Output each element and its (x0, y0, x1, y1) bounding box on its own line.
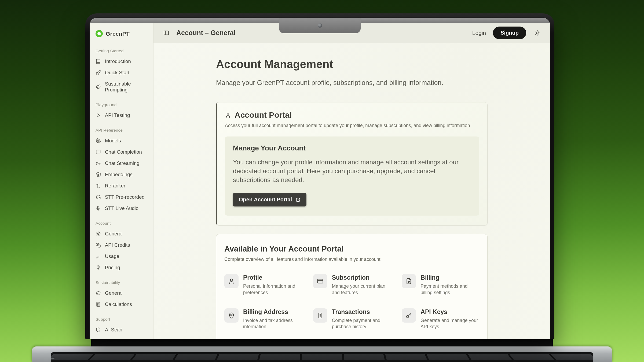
section-support: Support AI Scan (90, 317, 153, 335)
section-label: Playground (96, 102, 147, 107)
page-subtitle: Manage your GreenPT account profile, sub… (216, 79, 488, 87)
desktop-background: esc`1234567890-=tabQWERT GreenPT Getting… (0, 0, 644, 362)
signup-button[interactable]: Signup (493, 27, 526, 39)
page-title: Account Management (216, 58, 488, 71)
card-subtitle: Complete overview of all features and in… (224, 257, 479, 262)
mic-icon (96, 206, 101, 211)
key-icon (405, 312, 412, 319)
section-api-reference: API Reference Models Chat Completion Cha… (90, 128, 153, 214)
map-pin-icon (228, 312, 235, 319)
book-icon (96, 59, 101, 64)
external-link-icon (295, 197, 301, 202)
feature-api-keys: API Keys Generate and manage your API ke… (402, 308, 479, 330)
feature-billing: Billing Payment methods and billing sett… (402, 274, 479, 296)
leaf-icon (96, 84, 101, 90)
cpu-icon (96, 138, 101, 143)
account-portal-card: Account Portal Access your full account … (216, 102, 488, 226)
open-account-portal-button[interactable]: Open Account Portal (233, 193, 306, 206)
keyboard-key: esc (51, 354, 94, 360)
feature-subscription: Subscription Manage your current plan an… (313, 274, 391, 296)
section-playground: Playground API Testing (90, 102, 153, 121)
login-link[interactable]: Login (472, 30, 486, 36)
greenpt-logo-icon (96, 30, 103, 37)
layers-icon (96, 172, 101, 177)
theme-toggle[interactable] (534, 30, 540, 36)
bar-chart-icon (96, 254, 101, 259)
section-account: Account General API Credits Usage (90, 221, 153, 273)
sidebar-item-chat-completion[interactable]: Chat Completion (90, 146, 153, 158)
keyboard-key (217, 354, 259, 360)
laptop-keyboard: esc`1234567890-=tabQWERT (51, 352, 593, 362)
user-icon (228, 278, 235, 285)
section-label: Support (96, 317, 147, 322)
panel-title: Manage Your Account (233, 144, 471, 152)
section-sustainability: Sustainability General Calculations (90, 280, 153, 310)
chat-icon (96, 149, 101, 155)
sidebar-item-ai-scan[interactable]: AI Scan (90, 324, 153, 335)
keyboard-key (132, 354, 176, 360)
sidebar-item-stt-live-audio[interactable]: STT Live Audio (90, 203, 153, 214)
keyboard-key (89, 354, 135, 360)
keyboard-key (509, 354, 555, 360)
panel-body: You can change your profile information … (233, 158, 469, 184)
card-description: Access your full account management port… (225, 123, 479, 128)
sun-icon (534, 30, 540, 36)
webcam-icon (318, 23, 322, 28)
section-getting-started: Getting Started Introduction Quick Start… (90, 49, 153, 95)
screen-content: GreenPT Getting Started Introduction Qui… (90, 18, 550, 339)
sidebar-item-pricing[interactable]: Pricing (90, 262, 153, 273)
receipt-icon (317, 312, 324, 319)
sidebar-item-introduction[interactable]: Introduction (90, 56, 153, 67)
features-card: Available in Your Account Portal Complet… (216, 234, 488, 339)
sidebar-item-models[interactable]: Models (90, 135, 153, 146)
user-icon (225, 112, 231, 118)
keyboard-key (468, 354, 512, 360)
content-scroll-area[interactable]: Account Management Manage your GreenPT a… (153, 43, 550, 339)
headphones-icon (96, 194, 101, 200)
sidebar-item-quick-start[interactable]: Quick Start (90, 67, 153, 78)
file-text-icon (405, 278, 412, 285)
sidebar-item-stt-prerecorded[interactable]: STT Pre-recorded (90, 191, 153, 203)
card-title: Available in Your Account Portal (224, 245, 479, 253)
greenpt-docs-app: GreenPT Getting Started Introduction Qui… (90, 23, 550, 339)
leaf-icon (96, 290, 101, 296)
feature-profile: Profile Personal information and prefere… (224, 274, 302, 296)
manage-account-panel: Manage Your Account You can change your … (225, 136, 479, 216)
sort-icon (96, 183, 101, 189)
logo[interactable]: GreenPT (90, 26, 153, 42)
rocket-icon (96, 70, 101, 75)
keyboard-key (426, 354, 470, 360)
shield-icon (96, 327, 101, 333)
sidebar-item-account-general[interactable]: General (90, 228, 153, 239)
sidebar-item-embeddings[interactable]: Embeddings (90, 169, 153, 180)
section-label: Account (96, 221, 147, 226)
keyboard-key (550, 354, 593, 360)
keyboard-key (259, 354, 300, 360)
dollar-icon (96, 265, 101, 270)
sidebar-item-api-testing[interactable]: API Testing (90, 110, 153, 121)
page-breadcrumb-title: Account – General (176, 29, 236, 37)
sidebar-toggle-icon[interactable] (163, 30, 169, 36)
main-area: Account – General Login Signup Account M… (153, 23, 550, 339)
keyboard-key (344, 354, 385, 360)
laptop-notch (279, 18, 361, 33)
section-label: Getting Started (96, 49, 147, 53)
sidebar-item-usage[interactable]: Usage (90, 251, 153, 262)
sidebar: GreenPT Getting Started Introduction Qui… (90, 23, 153, 339)
sidebar-item-reranker[interactable]: Reranker (90, 180, 153, 191)
sidebar-item-calculations[interactable]: Calculations (90, 299, 153, 310)
sidebar-item-sustainability-general[interactable]: General (90, 287, 153, 299)
card-title: Account Portal (235, 110, 292, 120)
laptop-screen: GreenPT Getting Started Introduction Qui… (85, 13, 554, 339)
sidebar-item-sustainable-prompting[interactable]: Sustainable Prompting (90, 78, 153, 95)
calculator-icon (96, 302, 101, 307)
sidebar-item-api-credits[interactable]: API Credits (90, 239, 153, 251)
section-label: API Reference (96, 128, 147, 133)
credit-card-icon (317, 278, 324, 285)
feature-billing-address: Billing Address Invoice and tax address … (224, 308, 302, 330)
keyboard-key (174, 354, 218, 360)
broadcast-icon (96, 161, 101, 166)
sidebar-item-chat-streaming[interactable]: Chat Streaming (90, 158, 153, 169)
keyboard-key (385, 354, 427, 360)
keyboard-key (302, 354, 342, 360)
